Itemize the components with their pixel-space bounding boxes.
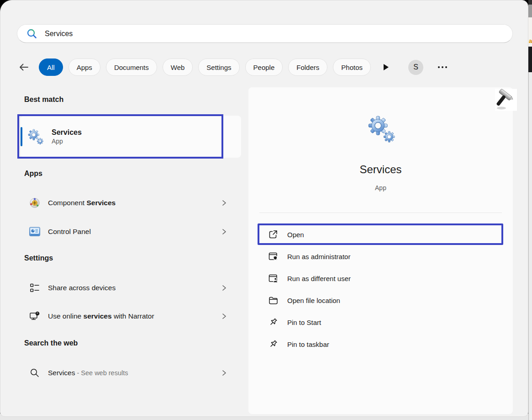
preview-subtitle: App [248, 184, 513, 191]
tab-photos[interactable]: Photos [333, 58, 371, 76]
action-run-as-administrator[interactable]: Run as administrator [258, 247, 504, 266]
pin-icon [268, 317, 278, 327]
search-icon [26, 28, 37, 39]
back-arrow-icon[interactable] [17, 60, 31, 74]
open-external-icon [268, 229, 278, 239]
tab-settings[interactable]: Settings [198, 58, 239, 76]
chevron-right-icon [221, 199, 227, 207]
desktop-edge-dark-top [528, 0, 532, 5]
result-row-narrator-online-services[interactable]: Use online services with Narrator [17, 306, 241, 327]
best-match-card[interactable]: Services App [21, 116, 241, 158]
share-across-devices-icon [29, 282, 41, 294]
desktop-edge-gray [528, 5, 532, 17]
action-run-as-different-user[interactable]: Run as different user [258, 269, 504, 287]
more-options-icon[interactable] [435, 64, 450, 71]
result-row-control-panel[interactable]: Control Panel [17, 221, 241, 242]
filter-tab-row: All Apps Documents Web Settings People F… [17, 57, 513, 77]
user-avatar[interactable]: S [408, 60, 423, 75]
selection-indicator [21, 127, 22, 146]
control-panel-icon [29, 226, 41, 238]
tab-web[interactable]: Web [163, 58, 193, 76]
tab-all[interactable]: All [39, 58, 63, 76]
screen: a All Apps Documents Web Settings People [0, 0, 532, 420]
folder-icon [268, 295, 278, 305]
chevron-right-icon [221, 369, 227, 377]
chevron-right-icon [221, 284, 227, 292]
result-row-web-search[interactable]: Services - See web results [17, 362, 241, 383]
services-gears-icon-large [366, 114, 396, 144]
preview-panel: Services App Open [248, 87, 513, 414]
action-pin-to-taskbar[interactable]: Pin to taskbar [258, 335, 504, 353]
section-heading-search-the-web: Search the web [24, 339, 78, 347]
section-heading-settings: Settings [24, 254, 53, 262]
best-match-title: Services [52, 128, 82, 138]
action-open[interactable]: Open [258, 225, 504, 244]
search-input[interactable] [45, 30, 506, 38]
chevron-right-icon [221, 312, 227, 320]
desktop-edge-black [528, 47, 532, 72]
hammer-cursor-icon [495, 89, 517, 111]
run-as-different-user-icon [268, 273, 278, 283]
search-flyout-window: All Apps Documents Web Settings People F… [0, 0, 528, 417]
tab-apps[interactable]: Apps [68, 58, 100, 76]
web-search-icon [29, 367, 41, 379]
section-heading-best-match: Best match [24, 96, 63, 104]
tab-people[interactable]: People [245, 58, 283, 76]
desktop-edge-bottom [528, 72, 532, 420]
action-open-file-location[interactable]: Open file location [258, 291, 504, 309]
section-heading-apps: Apps [24, 170, 42, 178]
chevron-right-icon [221, 228, 227, 236]
tab-folders[interactable]: Folders [288, 58, 327, 76]
best-match-subtitle: App [52, 137, 82, 145]
divider [259, 213, 502, 213]
result-row-share-across-devices[interactable]: Share across devices [17, 277, 241, 298]
pin-icon [268, 339, 278, 349]
search-bar [17, 24, 513, 43]
component-services-icon [29, 197, 41, 209]
tab-documents[interactable]: Documents [106, 58, 157, 76]
preview-title: Services [248, 163, 513, 176]
tabs-scroll-right-icon[interactable] [383, 64, 389, 71]
result-row-component-services[interactable]: Component Services [17, 192, 241, 213]
edge-peek-text: a [529, 37, 532, 44]
narrator-monitor-icon [29, 310, 41, 322]
action-pin-to-start[interactable]: Pin to Start [258, 313, 504, 331]
run-as-admin-icon [268, 251, 278, 261]
services-gears-icon [27, 128, 44, 145]
desktop-edge-light: a [528, 17, 532, 47]
